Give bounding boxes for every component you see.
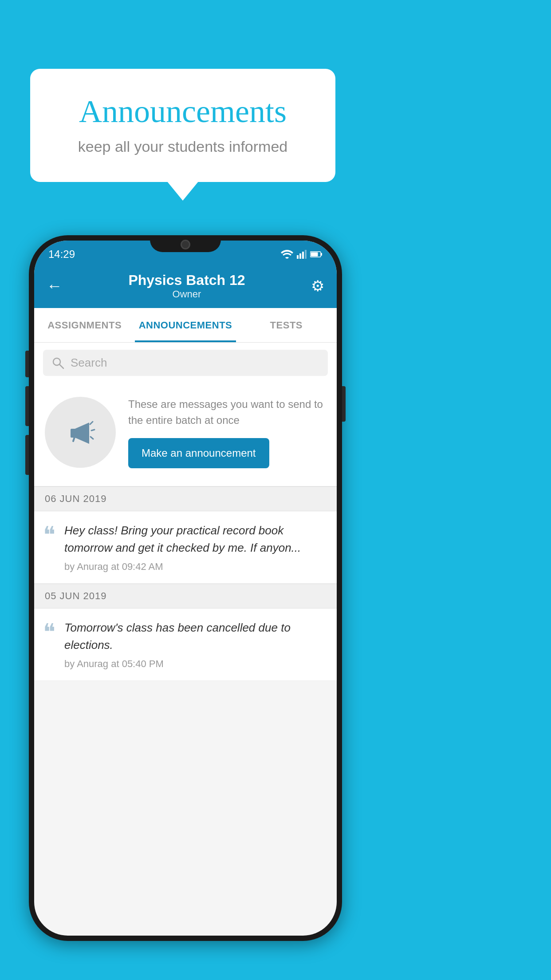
svg-rect-0 [297,255,299,259]
speech-bubble-title: Announcements [57,93,309,130]
announcement-meta-1: by Anurag at 09:42 AM [64,561,326,573]
search-bar-container: Search [34,343,337,383]
tabs-bar: ASSIGNMENTS ANNOUNCEMENTS TESTS [34,308,337,343]
announcement-message-1[interactable]: Hey class! Bring your practical record b… [64,522,326,557]
phone-outer: 14:29 [29,235,342,941]
wifi-icon [281,250,293,259]
phone-screen: 14:29 [34,241,337,936]
svg-rect-3 [305,250,307,259]
phone-camera [181,240,190,249]
search-input[interactable]: Search [71,356,107,370]
search-bar[interactable]: Search [43,350,328,376]
announcement-item-2: ❝ Tomorrow's class has been cancelled du… [34,609,337,681]
announcement-empty-right: These are messages you want to send to t… [128,396,326,468]
quote-icon-2: ❝ [43,621,55,644]
signal-icon [297,250,307,259]
date-separator-2: 05 JUN 2019 [34,584,337,609]
settings-button[interactable]: ⚙ [311,277,324,295]
tab-assignments[interactable]: ASSIGNMENTS [34,308,135,342]
announcement-item-1: ❝ Hey class! Bring your practical record… [34,511,337,584]
phone-notch [150,235,221,252]
phone-mockup: 14:29 [29,235,342,941]
volume-mute-button [25,351,29,377]
announcement-meta-2: by Anurag at 05:40 PM [64,658,326,670]
app-bar-title: Physics Batch 12 [128,272,245,288]
volume-down-button [25,435,29,475]
speech-bubble-card: Announcements keep all your students inf… [30,69,335,182]
app-bar-subtitle: Owner [128,288,245,300]
date-separator-1: 06 JUN 2019 [34,486,337,511]
announcement-empty-state: These are messages you want to send to t… [34,383,337,486]
speech-bubble: Announcements keep all your students inf… [30,69,335,182]
announcement-content-1: Hey class! Bring your practical record b… [64,522,326,573]
volume-up-button [25,386,29,426]
back-button[interactable]: ← [47,277,63,295]
quote-icon-1: ❝ [43,524,55,547]
app-bar: ← Physics Batch 12 Owner ⚙ [34,264,337,308]
megaphone-icon [63,415,98,450]
status-time: 14:29 [48,248,75,261]
app-bar-title-container: Physics Batch 12 Owner [128,272,245,300]
announcement-content-2: Tomorrow's class has been cancelled due … [64,619,326,670]
announcement-message-2[interactable]: Tomorrow's class has been cancelled due … [64,619,326,654]
svg-rect-1 [299,253,301,259]
megaphone-circle [45,397,116,468]
announcement-empty-description: These are messages you want to send to t… [128,396,326,428]
status-icons [281,250,323,259]
tab-tests[interactable]: TESTS [236,308,337,342]
make-announcement-button[interactable]: Make an announcement [128,438,269,468]
speech-bubble-subtitle: keep all your students informed [57,138,309,155]
tab-announcements[interactable]: ANNOUNCEMENTS [135,308,236,342]
power-button [342,386,346,422]
search-icon [52,357,64,369]
battery-icon [310,251,323,258]
svg-rect-2 [302,252,304,259]
svg-rect-6 [311,253,318,257]
svg-line-8 [59,364,63,368]
svg-rect-5 [321,253,322,256]
